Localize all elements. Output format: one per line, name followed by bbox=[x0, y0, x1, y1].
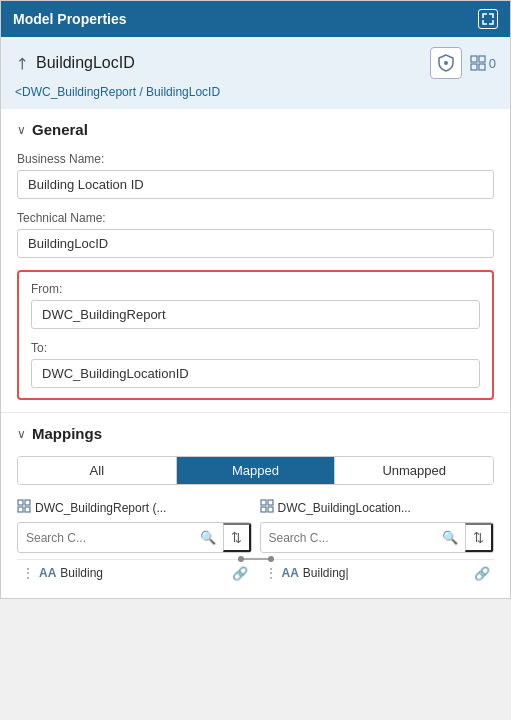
mapping-columns: DWC_BuildingReport (... 🔍 ⇅ ⋮ AA Buildin… bbox=[17, 499, 494, 586]
right-sort-button[interactable]: ⇅ bbox=[465, 523, 493, 552]
connector-line bbox=[241, 558, 271, 560]
tab-all[interactable]: All bbox=[18, 457, 177, 484]
breadcrumb: <DWC_BuildingReport / BuildingLocID bbox=[15, 85, 496, 99]
left-col-icon bbox=[17, 499, 31, 516]
left-search-row: 🔍 ⇅ bbox=[17, 522, 252, 553]
svg-rect-1 bbox=[471, 56, 477, 62]
left-search-button[interactable]: 🔍 bbox=[193, 525, 223, 550]
left-col-title: DWC_BuildingReport (... bbox=[35, 501, 166, 515]
left-search-input[interactable] bbox=[18, 526, 193, 550]
from-input[interactable] bbox=[31, 300, 480, 329]
left-item-link-icon[interactable]: 🔗 bbox=[232, 566, 248, 581]
right-col-title: DWC_BuildingLocation... bbox=[278, 501, 411, 515]
svg-rect-4 bbox=[479, 64, 485, 70]
right-item-type-icon: AA bbox=[282, 566, 299, 580]
business-name-label: Business Name: bbox=[17, 152, 494, 166]
svg-rect-12 bbox=[268, 507, 273, 512]
left-item-dots[interactable]: ⋮ bbox=[21, 565, 35, 581]
mapping-right-col: DWC_BuildingLocation... 🔍 ⇅ ⋮ AA Buildin… bbox=[260, 499, 495, 586]
breadcrumb-current: BuildingLocID bbox=[146, 85, 220, 99]
general-title: General bbox=[32, 121, 88, 138]
model-properties-panel: Model Properties ↗ BuildingLocID bbox=[0, 0, 511, 599]
svg-rect-8 bbox=[25, 507, 30, 512]
technical-name-label: Technical Name: bbox=[17, 211, 494, 225]
left-mapping-item: ⋮ AA Building 🔗 bbox=[17, 559, 252, 586]
entity-name: BuildingLocID bbox=[36, 54, 135, 72]
mappings-chevron[interactable]: ∨ bbox=[17, 427, 26, 441]
to-input[interactable] bbox=[31, 359, 480, 388]
right-mapping-item: ⋮ AA Building| 🔗 bbox=[260, 559, 495, 586]
svg-rect-7 bbox=[18, 507, 23, 512]
mapping-left-col: DWC_BuildingReport (... 🔍 ⇅ ⋮ AA Buildin… bbox=[17, 499, 252, 586]
shield-button[interactable] bbox=[430, 47, 462, 79]
business-name-field: Business Name: bbox=[17, 152, 494, 199]
general-section: ∨ General Business Name: Technical Name:… bbox=[1, 109, 510, 413]
grid-count: 0 bbox=[489, 56, 496, 71]
right-col-header: DWC_BuildingLocation... bbox=[260, 499, 495, 516]
entity-header: ↗ BuildingLocID 0 bbox=[1, 37, 510, 109]
panel-header: Model Properties bbox=[1, 1, 510, 37]
technical-name-field: Technical Name: bbox=[17, 211, 494, 258]
to-field: To: bbox=[31, 341, 480, 388]
to-label: To: bbox=[31, 341, 480, 355]
left-item-label: Building bbox=[60, 566, 227, 580]
svg-rect-9 bbox=[261, 500, 266, 505]
grid-button[interactable]: 0 bbox=[470, 55, 496, 71]
right-item-link-icon[interactable]: 🔗 bbox=[474, 566, 490, 581]
svg-rect-2 bbox=[479, 56, 485, 62]
svg-rect-5 bbox=[18, 500, 23, 505]
expand-button[interactable] bbox=[478, 9, 498, 29]
mappings-tabs: All Mapped Unmapped bbox=[17, 456, 494, 485]
breadcrumb-link[interactable]: <DWC_BuildingReport bbox=[15, 85, 136, 99]
svg-rect-6 bbox=[25, 500, 30, 505]
right-col-icon bbox=[260, 499, 274, 516]
right-search-row: 🔍 ⇅ bbox=[260, 522, 495, 553]
business-name-input[interactable] bbox=[17, 170, 494, 199]
breadcrumb-separator: / bbox=[136, 85, 146, 99]
svg-rect-10 bbox=[268, 500, 273, 505]
mappings-title: Mappings bbox=[32, 425, 102, 442]
from-field: From: bbox=[31, 282, 480, 329]
svg-rect-11 bbox=[261, 507, 266, 512]
right-search-input[interactable] bbox=[261, 526, 436, 550]
from-to-box: From: To: bbox=[17, 270, 494, 400]
panel-title: Model Properties bbox=[13, 11, 127, 27]
right-item-dots[interactable]: ⋮ bbox=[264, 565, 278, 581]
right-item-label: Building| bbox=[303, 566, 470, 580]
connector-right-dot bbox=[268, 556, 274, 562]
right-search-button[interactable]: 🔍 bbox=[435, 525, 465, 550]
entity-type-icon: ↗ bbox=[10, 52, 33, 75]
left-sort-button[interactable]: ⇅ bbox=[223, 523, 251, 552]
left-col-header: DWC_BuildingReport (... bbox=[17, 499, 252, 516]
mappings-section: ∨ Mappings All Mapped Unmapped bbox=[1, 413, 510, 598]
connector-mid-line bbox=[244, 558, 268, 560]
tab-mapped[interactable]: Mapped bbox=[177, 457, 336, 484]
svg-rect-3 bbox=[471, 64, 477, 70]
tab-unmapped[interactable]: Unmapped bbox=[335, 457, 493, 484]
entity-actions: 0 bbox=[430, 47, 496, 79]
technical-name-input[interactable] bbox=[17, 229, 494, 258]
from-label: From: bbox=[31, 282, 480, 296]
left-item-type-icon: AA bbox=[39, 566, 56, 580]
svg-point-0 bbox=[444, 61, 448, 65]
general-chevron[interactable]: ∨ bbox=[17, 123, 26, 137]
